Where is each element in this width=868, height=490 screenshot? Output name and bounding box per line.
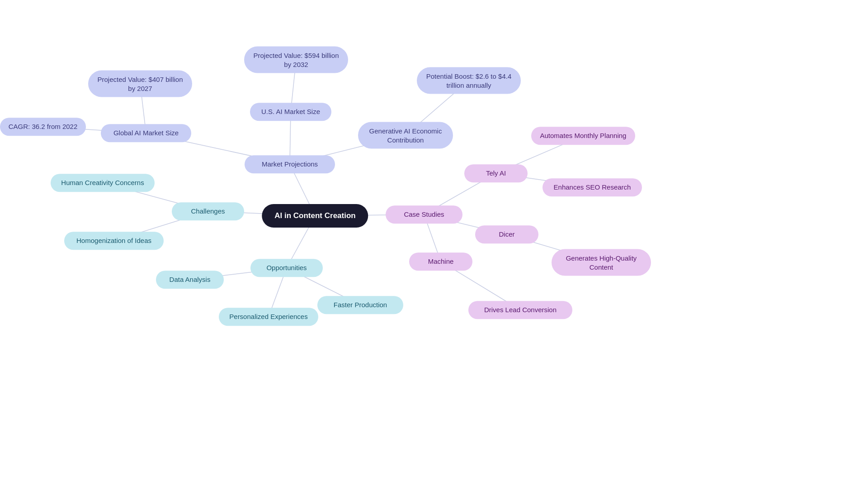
challenges-node[interactable]: Challenges xyxy=(172,202,244,220)
automates-monthly-node[interactable]: Automates Monthly Planning xyxy=(531,127,635,145)
global-ai-market-node[interactable]: Global AI Market Size xyxy=(101,124,191,142)
projected-407-node[interactable]: Projected Value: $407 billion by 2027 xyxy=(88,71,192,97)
personalized-exp-node[interactable]: Personalized Experiences xyxy=(219,308,318,326)
projected-594-node[interactable]: Projected Value: $594 billion by 2032 xyxy=(244,47,348,73)
market-projections-node[interactable]: Market Projections xyxy=(245,155,335,173)
enhances-seo-node[interactable]: Enhances SEO Research xyxy=(542,178,642,196)
tely-ai-node[interactable]: Tely AI xyxy=(464,164,528,182)
dicer-node[interactable]: Dicer xyxy=(475,225,538,243)
mind-map: AI in Content CreationMarket Projections… xyxy=(0,0,868,490)
generates-high-quality-node[interactable]: Generates High-Quality Content xyxy=(552,249,651,276)
human-creativity-node[interactable]: Human Creativity Concerns xyxy=(51,174,155,192)
case-studies-node[interactable]: Case Studies xyxy=(386,205,462,224)
center-node[interactable]: AI in Content Creation xyxy=(262,204,368,228)
drives-lead-node[interactable]: Drives Lead Conversion xyxy=(468,301,572,319)
us-ai-market-node[interactable]: U.S. AI Market Size xyxy=(250,103,331,121)
data-analysis-node[interactable]: Data Analysis xyxy=(156,271,224,289)
machine-node[interactable]: Machine xyxy=(409,252,472,271)
opportunities-node[interactable]: Opportunities xyxy=(250,259,323,277)
cagr-node[interactable]: CAGR: 36.2 from 2022 xyxy=(0,118,86,136)
faster-production-node[interactable]: Faster Production xyxy=(317,296,403,314)
gen-ai-econ-node[interactable]: Generative AI Economic Contribution xyxy=(358,122,453,149)
potential-boost-node[interactable]: Potential Boost: $2.6 to $4.4 trillion a… xyxy=(417,67,521,94)
homogenization-node[interactable]: Homogenization of Ideas xyxy=(64,232,164,250)
